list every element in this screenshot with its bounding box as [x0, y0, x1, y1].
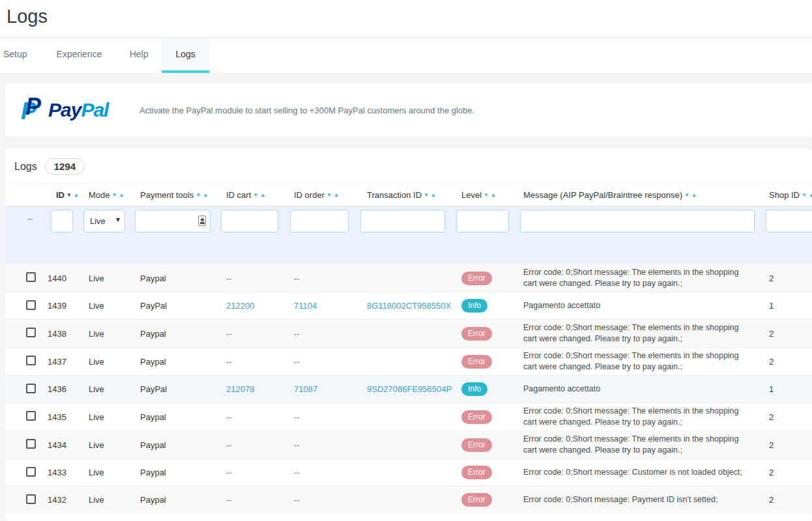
sort-asc-icon[interactable]: ▲	[431, 192, 436, 198]
sort-desc-icon[interactable]: ▼	[802, 192, 807, 198]
filter-level-input[interactable]	[456, 210, 509, 232]
cart-link[interactable]: 212200	[226, 301, 254, 311]
cell-shop-id: 1	[760, 376, 812, 403]
cell-id: 1438	[42, 320, 78, 348]
table-row: 1435 Live Paypal -- -- Error Error code:…	[5, 403, 812, 431]
cell-payment-tool: PayPal	[130, 376, 216, 403]
sort-asc-icon[interactable]: ▲	[203, 192, 208, 198]
cell-id: 1432	[42, 486, 78, 514]
sort-desc-icon[interactable]: ▼	[684, 192, 689, 198]
cell-transaction-id	[355, 459, 451, 486]
cell-mode: Live	[78, 320, 130, 348]
level-badge: Error	[461, 466, 492, 479]
row-checkbox[interactable]	[26, 411, 36, 421]
sort-desc-icon[interactable]: ▼	[424, 192, 429, 198]
cell-mode: Live	[78, 403, 130, 431]
autofill-contact-icon[interactable]	[198, 216, 206, 226]
level-badge: Error	[461, 410, 492, 424]
row-checkbox[interactable]	[26, 328, 36, 337]
page-content: P P PayPal Activate the PayPal module to…	[0, 73, 812, 521]
cell-mode: Live	[78, 459, 130, 486]
filter-message-input[interactable]	[520, 210, 755, 232]
table-row: 1434 Live Paypal -- -- Error Error code:…	[5, 431, 812, 459]
filter-transaction-id-input[interactable]	[360, 210, 445, 232]
filter-id-input[interactable]	[51, 210, 73, 232]
order-link[interactable]: 71104	[294, 301, 317, 311]
order-link[interactable]: 71087	[294, 384, 317, 394]
cell-id-order: --	[283, 431, 355, 459]
sort-desc-icon[interactable]: ▼	[484, 192, 489, 198]
cart-link[interactable]: 212078	[226, 384, 254, 394]
cell-mode: Live	[78, 292, 130, 320]
cell-shop-id: 2	[760, 320, 812, 348]
cell-id-order: --	[283, 459, 355, 486]
level-badge: Error	[461, 438, 492, 452]
cell-id-cart: --	[216, 486, 283, 514]
sort-asc-icon[interactable]: ▲	[74, 192, 79, 198]
cell-id-order: --	[283, 320, 355, 348]
cell-transaction-id	[355, 320, 451, 348]
level-badge: Error	[461, 272, 492, 285]
filter-row: -- Live ▾	[5, 206, 812, 264]
cell-id-order: --	[283, 264, 355, 292]
row-checkbox[interactable]	[26, 494, 36, 504]
cell-id: 1437	[42, 348, 78, 376]
cell-id: 1440	[42, 264, 78, 292]
filter-id-order-input[interactable]	[290, 210, 349, 232]
logs-panel: Logs 1294 ID▼▲ Mode▼▲ Payment tools▼▲ ID…	[5, 148, 812, 521]
row-checkbox[interactable]	[26, 467, 36, 477]
logs-count-badge: 1294	[45, 158, 85, 175]
row-checkbox[interactable]	[26, 272, 36, 282]
header-id-order: ID order▼▲	[283, 184, 355, 206]
sort-desc-icon[interactable]: ▼	[326, 192, 332, 198]
transaction-link[interactable]: 9SD27086FE956504P	[367, 384, 452, 394]
table-row: 1436 Live PayPal 212078 71087 9SD27086FE…	[5, 376, 812, 403]
sort-asc-icon[interactable]: ▲	[491, 192, 496, 198]
tab-help[interactable]: Help	[116, 38, 162, 73]
header-checkbox-column	[5, 184, 42, 206]
tab-setup[interactable]: Setup	[0, 38, 43, 73]
sort-asc-icon[interactable]: ▲	[691, 192, 697, 198]
row-checkbox[interactable]	[26, 439, 36, 449]
table-row: 1439 Live PayPal 212200 71104 8G118002CT…	[5, 292, 812, 320]
cell-mode: Live	[78, 486, 130, 514]
sort-desc-icon[interactable]: ▼	[112, 192, 117, 198]
cell-payment-tool: Paypal	[130, 348, 216, 376]
sort-desc-icon[interactable]: ▼	[66, 192, 72, 198]
cell-mode: Live	[78, 348, 130, 376]
sort-asc-icon[interactable]: ▲	[809, 192, 812, 198]
filter-mode-select[interactable]: Live	[83, 210, 125, 232]
cell-id-cart: --	[216, 348, 283, 376]
cell-payment-tool: Paypal	[130, 486, 216, 514]
tab-experience[interactable]: Experience	[43, 38, 116, 73]
page-header: Logs	[0, 0, 812, 37]
cell-message: Pagamento accettato	[515, 292, 760, 320]
level-badge: Info	[461, 382, 487, 396]
row-checkbox[interactable]	[26, 300, 36, 310]
table-header-row: ID▼▲ Mode▼▲ Payment tools▼▲ ID cart▼▲ ID…	[5, 184, 812, 206]
cell-id-cart: --	[216, 403, 283, 431]
sort-desc-icon[interactable]: ▼	[196, 192, 201, 198]
filter-id-cart-input[interactable]	[221, 210, 278, 232]
row-checkbox[interactable]	[26, 356, 36, 365]
tab-logs[interactable]: Logs	[162, 38, 209, 73]
sort-desc-icon[interactable]: ▼	[253, 192, 258, 198]
cell-id: 1435	[42, 403, 78, 431]
table-row: 1440 Live Paypal -- -- Error Error code:…	[5, 264, 812, 292]
cell-mode: Live	[78, 376, 130, 403]
cell-shop-id: 2	[760, 348, 812, 376]
header-message: Message (AIP PayPal/Braintree response)▼…	[515, 184, 760, 206]
sort-asc-icon[interactable]: ▲	[119, 192, 124, 198]
filter-shop-id-input[interactable]	[766, 210, 812, 232]
row-checkbox[interactable]	[26, 384, 36, 393]
transaction-link[interactable]: 8G118002CT958550X	[367, 301, 451, 311]
cell-transaction-id	[355, 486, 451, 514]
cell-shop-id: 2	[760, 264, 812, 292]
cell-id-cart: --	[216, 431, 283, 459]
cell-id-cart: --	[216, 320, 283, 348]
cell-transaction-id	[355, 264, 451, 292]
table-row: 1437 Live Paypal -- -- Error Error code:…	[5, 348, 812, 376]
sort-asc-icon[interactable]: ▲	[334, 192, 339, 198]
sort-asc-icon[interactable]: ▲	[260, 192, 265, 198]
header-shop-id: Shop ID▼▲	[760, 184, 812, 206]
